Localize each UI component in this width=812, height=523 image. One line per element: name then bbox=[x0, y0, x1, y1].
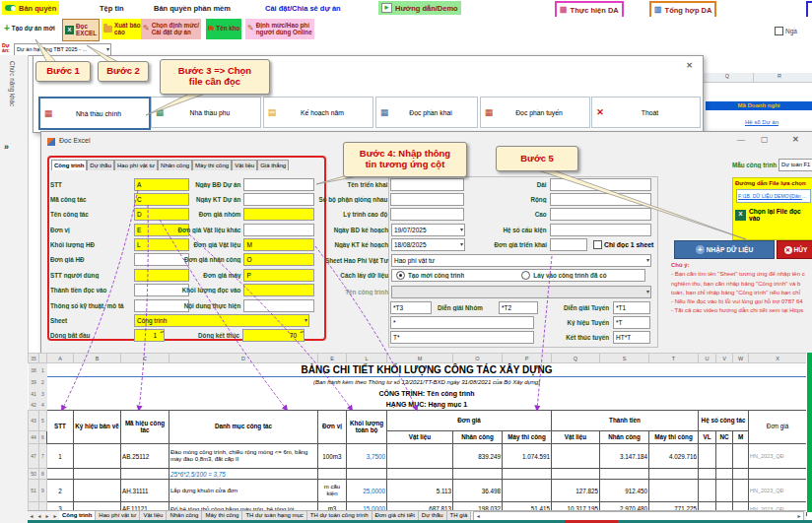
scroll-right-icon[interactable]: ► bbox=[795, 513, 803, 519]
dialog-tab[interactable]: Dự thầu bbox=[87, 160, 114, 170]
column-header-q[interactable]: Q bbox=[702, 73, 754, 82]
ky-hieu-nhom-input[interactable]: * bbox=[390, 316, 534, 329]
row-number[interactable]: 43 bbox=[29, 411, 39, 431]
row-number[interactable]: 38 bbox=[29, 363, 39, 377]
field-input[interactable] bbox=[390, 193, 464, 206]
menu-tep-tin[interactable]: Tệp tin bbox=[97, 1, 127, 15]
warehouse-button[interactable]: ⛟ Tên kho bbox=[206, 19, 241, 39]
column-letter[interactable]: E bbox=[318, 354, 347, 363]
table-row[interactable]: 519 2 AH.31111 Lắp dựng khuôn cửa đơn m … bbox=[29, 480, 807, 502]
file-type-button[interactable]: ✕ Thoát bbox=[591, 97, 701, 128]
column-letter[interactable]: L bbox=[347, 354, 387, 363]
table-row[interactable]: 508 25*6*2,5/100 = 3,75 bbox=[29, 469, 807, 480]
row-number[interactable]: 1 bbox=[39, 363, 47, 377]
row-number[interactable] bbox=[39, 354, 47, 363]
row-number[interactable]: 2 bbox=[39, 377, 47, 388]
template-select[interactable]: Dự toán F1 bbox=[778, 159, 812, 171]
read-excel-button[interactable]: ĐọcEXCEL bbox=[62, 19, 100, 41]
table-row[interactable]: 477 1 AB.25112 Đào móng công trình, chiề… bbox=[29, 444, 807, 469]
file-type-button[interactable]: ▦ Nhà thầu chính bbox=[38, 97, 151, 130]
field-input[interactable] bbox=[550, 208, 651, 221]
menu-cai-dat-chia-se[interactable]: Cài đặt/Chia sẻ dự án bbox=[262, 1, 344, 15]
ket-thuc-nhom-input[interactable]: T* bbox=[390, 331, 534, 344]
one-sheet-checkbox[interactable] bbox=[593, 240, 602, 249]
row-number[interactable]: 6 bbox=[39, 431, 47, 444]
radio-new-project[interactable] bbox=[396, 271, 405, 280]
radio-existing-project[interactable] bbox=[521, 271, 530, 280]
file-type-button[interactable]: ▦ Đọc phần tuyến bbox=[480, 97, 590, 128]
field-input[interactable] bbox=[550, 224, 651, 236]
column-header-r[interactable]: R bbox=[754, 73, 805, 82]
row-number[interactable]: 44 bbox=[29, 431, 39, 444]
row-number[interactable]: 42 bbox=[29, 400, 39, 411]
column-letter[interactable]: B bbox=[74, 354, 121, 363]
column-letter[interactable]: D bbox=[169, 354, 318, 363]
column-letter[interactable]: Q bbox=[552, 354, 600, 363]
selected-cell-ma-doanh-nghiep[interactable]: Mã Doanh nghi bbox=[706, 101, 812, 110]
dialog-tab[interactable]: Công trình bbox=[51, 160, 87, 170]
file-path-link[interactable]: F:\1B. DỮ LIỆU DEMO\[Dân dụng] Có Tổ... bbox=[736, 189, 811, 203]
dialog-tab[interactable]: Máy thi công bbox=[192, 160, 232, 170]
ngay-checkbox[interactable]: Ngầ bbox=[775, 27, 797, 35]
column-letter[interactable]: S bbox=[600, 354, 649, 363]
end-row-stepper[interactable]: 70 bbox=[242, 329, 304, 342]
maximize-icon[interactable]: ▢ bbox=[761, 135, 769, 144]
online-norms-button[interactable]: ✎ Định mức/Hao phíngười dùng Online bbox=[245, 19, 314, 39]
close-icon[interactable] bbox=[686, 61, 693, 70]
menu-ban-quyen[interactable]: Bản quyền bbox=[2, 1, 59, 15]
file-type-button[interactable]: ▦ Đọc phần khai bbox=[375, 97, 478, 128]
field-input[interactable] bbox=[390, 178, 464, 191]
minimize-icon[interactable]: — bbox=[737, 135, 745, 144]
import-data-button[interactable]: NHẬP DỮ LIỆU bbox=[674, 240, 775, 259]
row-number[interactable]: 41 bbox=[29, 388, 39, 400]
cell-he-so-du-an[interactable]: Hệ số Dự án bbox=[745, 119, 778, 125]
dialog-tab[interactable]: Nhân công bbox=[158, 160, 192, 170]
sheet-nav-arrow-icon[interactable]: ◄ bbox=[35, 513, 43, 519]
row-number[interactable]: 39 bbox=[29, 377, 39, 388]
don-gia-trien-khai-input[interactable] bbox=[550, 238, 587, 251]
row-number[interactable]: 4 bbox=[39, 400, 47, 411]
dialog-tab[interactable]: Hao phí vật tư bbox=[114, 160, 158, 170]
row-number[interactable]: 35 bbox=[29, 354, 39, 363]
menu-huong-dan-demo[interactable]: ▶ Hướng dẫn/Demo bbox=[378, 1, 461, 15]
sheet-nav-arrow-icon[interactable]: ► bbox=[51, 513, 59, 519]
field-input[interactable] bbox=[550, 193, 651, 206]
column-letter[interactable]: X bbox=[749, 354, 807, 363]
plan-end-date[interactable]: 18/08/2025 bbox=[391, 238, 465, 251]
menu-ban-quyen-phan-mem[interactable]: Bản quyền phần mềm bbox=[151, 1, 234, 15]
column-letter[interactable]: A bbox=[47, 354, 74, 363]
plan-start-date[interactable]: 19/07/2025 bbox=[391, 224, 465, 236]
dien-giai-cong-tac-input[interactable]: *T3 bbox=[390, 301, 432, 314]
ket-thuc-tuyen-input[interactable]: HT*T bbox=[613, 331, 650, 344]
row-number[interactable]: 3 bbox=[39, 388, 47, 400]
hao-phi-sheet-select[interactable]: Hao phí vật tư bbox=[391, 254, 651, 267]
column-letter[interactable]: V bbox=[716, 354, 733, 363]
new-project-button[interactable]: + Tạo dự án mới bbox=[2, 23, 57, 35]
choose-norms-button[interactable]: ✎ Chọn định mức/Cài đặt dự án bbox=[141, 19, 201, 39]
ky-hieu-tuyen-input[interactable]: *T bbox=[613, 316, 650, 329]
row-number[interactable]: 5 bbox=[39, 411, 47, 431]
dien-giai-nhom-input[interactable]: *T2 bbox=[499, 301, 538, 314]
field-input[interactable] bbox=[550, 178, 651, 191]
expand-chevron-icon[interactable]: » bbox=[4, 142, 9, 152]
sheet-nav-arrow-icon[interactable]: ► bbox=[43, 513, 51, 519]
column-letter[interactable]: T bbox=[649, 354, 699, 363]
file-type-button[interactable]: ▦ Nhà thầu phụ bbox=[151, 97, 261, 128]
column-letter[interactable]: U bbox=[699, 354, 716, 363]
column-letter[interactable]: M bbox=[387, 354, 453, 363]
column-letter[interactable]: W bbox=[733, 354, 749, 363]
scroll-left-icon[interactable]: ◄ bbox=[474, 513, 482, 519]
column-letter[interactable]: C bbox=[121, 354, 169, 363]
cancel-button[interactable]: HỦY bbox=[777, 240, 812, 259]
sheet-select[interactable]: Công trình bbox=[134, 314, 309, 327]
field-input[interactable] bbox=[390, 208, 464, 221]
column-letter[interactable]: P bbox=[503, 354, 552, 363]
start-row-stepper[interactable]: 1 bbox=[134, 329, 165, 342]
close-icon[interactable] bbox=[792, 135, 799, 144]
export-report-button[interactable]: Xuất báocáo bbox=[102, 19, 143, 39]
dien-giai-tuyen-input[interactable]: *T1 bbox=[613, 301, 650, 314]
field-input[interactable] bbox=[243, 299, 314, 312]
sheet-nav-arrow-icon[interactable]: ◄ bbox=[28, 513, 35, 519]
file-type-button[interactable]: ▤ Kế hoạch năm bbox=[263, 97, 373, 128]
dialog-tab[interactable]: Giá thắng bbox=[257, 160, 289, 170]
